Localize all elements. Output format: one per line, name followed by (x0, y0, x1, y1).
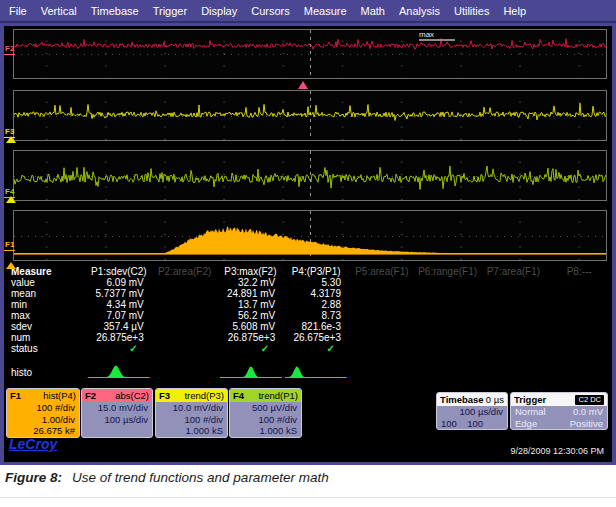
measure-value (481, 321, 547, 332)
measure-value: 26.675e+3 (283, 332, 349, 343)
measure-value: 24.891 mV (218, 288, 284, 299)
histo-sparkline (546, 364, 612, 381)
status-check-icon (481, 343, 547, 354)
param-header-p1[interactable]: P1:sdev(C2) (86, 266, 152, 277)
measure-table-title: Measure (6, 266, 86, 277)
measure-row-label: histo (6, 364, 86, 381)
menu-cursors[interactable]: Cursors (244, 5, 297, 17)
menu-timebase[interactable]: Timebase (84, 5, 146, 17)
trigger-box[interactable]: TriggerC2 DC Normal0.0 mV EdgePositive (510, 392, 608, 430)
measure-value (415, 310, 481, 321)
histo-sparkline (481, 364, 547, 381)
descriptor-box-f1[interactable]: F1hist(P4) 100 #/div 1.00/div 26.675 k# (6, 388, 80, 438)
f1-line2: 1.00/div (7, 414, 79, 426)
trigger-type: Edge (515, 418, 537, 430)
waveform-panel-f2[interactable]: max (13, 29, 607, 79)
menu-analysis[interactable]: Analysis (392, 5, 447, 17)
trigger-mode: Normal (515, 406, 546, 418)
measure-value (152, 277, 218, 288)
max-annotation-label: max (419, 30, 434, 39)
menu-display[interactable]: Display (194, 5, 244, 17)
param-header-p4[interactable]: P4:(P3/P1) (283, 266, 349, 277)
menu-vertical[interactable]: Vertical (34, 5, 84, 17)
measure-value (546, 288, 612, 299)
status-check-icon (415, 343, 481, 354)
f3-level-marker-icon[interactable] (6, 136, 16, 143)
measure-value: 4.34 mV (86, 299, 152, 310)
f2-line1: 15.0 mV/div (82, 402, 152, 414)
timebase-rate: 100 MS/s (467, 418, 503, 430)
descriptor-box-f4[interactable]: F4trend(P1) 500 µV/div 100 #/div 1.000 k… (229, 388, 302, 438)
menu-measure[interactable]: Measure (297, 5, 354, 17)
f4-function: trend(P1) (258, 389, 298, 402)
measure-value (546, 277, 612, 288)
measure-value: 4.3179 (283, 288, 349, 299)
figure-caption: Figure 8:Use of trend functions and para… (5, 470, 329, 485)
status-check-icon: ✓ (283, 343, 349, 354)
f4-line2: 100 #/div (230, 414, 301, 426)
f2-line3 (82, 425, 152, 437)
waveform-panel-f4[interactable] (13, 150, 607, 201)
trace-label-f2[interactable]: F2 (4, 45, 15, 55)
menu-utilities[interactable]: Utilities (447, 5, 496, 17)
f2-line2: 100 µs/div (82, 414, 152, 426)
f3-line2: 100 #/div (156, 414, 227, 426)
trigger-label: Trigger (514, 393, 546, 406)
param-header-p5[interactable]: P5:area(F1) (349, 266, 415, 277)
param-header-p8[interactable]: P8:--- (546, 266, 612, 277)
menu-trigger[interactable]: Trigger (146, 5, 194, 17)
menu-help[interactable]: Help (496, 5, 533, 17)
measure-value: 357.4 µV (86, 321, 152, 332)
measure-value (481, 332, 547, 343)
f1-level-marker-icon[interactable] (6, 262, 16, 269)
measure-value (481, 288, 547, 299)
param-header-p2[interactable]: P2:area(F2) (152, 266, 218, 277)
measure-value: 2.88 (283, 299, 349, 310)
param-header-p7[interactable]: P7:area(F1) (481, 266, 547, 277)
f4-line1: 500 µV/div (230, 402, 301, 414)
f3-line3: 1.000 kS (156, 425, 227, 437)
menu-file[interactable]: File (2, 5, 34, 17)
f1-histogram-trace (14, 211, 606, 258)
histo-sparkline-p3 (218, 364, 284, 381)
panel-f3-trace (14, 91, 606, 138)
descriptor-box-f3[interactable]: F3trend(P3) 10.0 mV/div 100 #/div 1.000 … (155, 388, 228, 438)
measure-value (415, 299, 481, 310)
timebase-box[interactable]: Timebase0 µs 100 µs/div 100 kS100 MS/s (436, 392, 508, 430)
param-header-p6[interactable]: P6:range(F1) (415, 266, 481, 277)
param-header-p3[interactable]: P3:max(F2) (218, 266, 284, 277)
measure-value (546, 321, 612, 332)
measure-value: 13.7 mV (218, 299, 284, 310)
measure-value (152, 332, 218, 343)
measure-value: 5.7377 mV (86, 288, 152, 299)
waveform-panel-f1[interactable] (13, 210, 607, 261)
measure-value: 6.09 mV (86, 277, 152, 288)
status-check-icon: ✓ (218, 343, 284, 354)
measure-row-label: sdev (6, 321, 86, 332)
measure-value (415, 321, 481, 332)
scope-display: max F2 F3 F4 F1 MeasureP1:sdev(C2)P2:are… (4, 26, 612, 462)
measure-value: 56.2 mV (218, 310, 284, 321)
trigger-time-marker-icon[interactable] (298, 81, 308, 89)
measure-value (546, 310, 612, 321)
f4-level-marker-icon[interactable] (6, 196, 16, 203)
measure-value (152, 299, 218, 310)
figure-caption-text: Use of trend functions and parameter mat… (72, 470, 329, 485)
menu-math[interactable]: Math (354, 5, 392, 17)
f1-name: F1 (10, 389, 21, 402)
histo-sparkline (415, 364, 481, 381)
max-annotation-bar-icon (419, 39, 455, 41)
f4-line3: 1.000 kS (230, 425, 301, 437)
measure-value (349, 288, 415, 299)
timebase-samples: 100 kS (441, 418, 467, 430)
f3-line1: 10.0 mV/div (156, 402, 227, 414)
descriptor-box-f2[interactable]: F2abs(C2) 15.0 mV/div 100 µs/div (81, 388, 153, 438)
waveform-panel-f3[interactable] (13, 90, 607, 141)
measure-row-label: num (6, 332, 86, 343)
trace-label-f1[interactable]: F1 (4, 241, 15, 251)
f1-line1: 100 #/div (7, 402, 79, 414)
histo-sparkline (152, 364, 218, 381)
menu-bar: File Vertical Timebase Trigger Display C… (0, 0, 616, 23)
measure-row-label: value (6, 277, 86, 288)
measure-value (546, 299, 612, 310)
